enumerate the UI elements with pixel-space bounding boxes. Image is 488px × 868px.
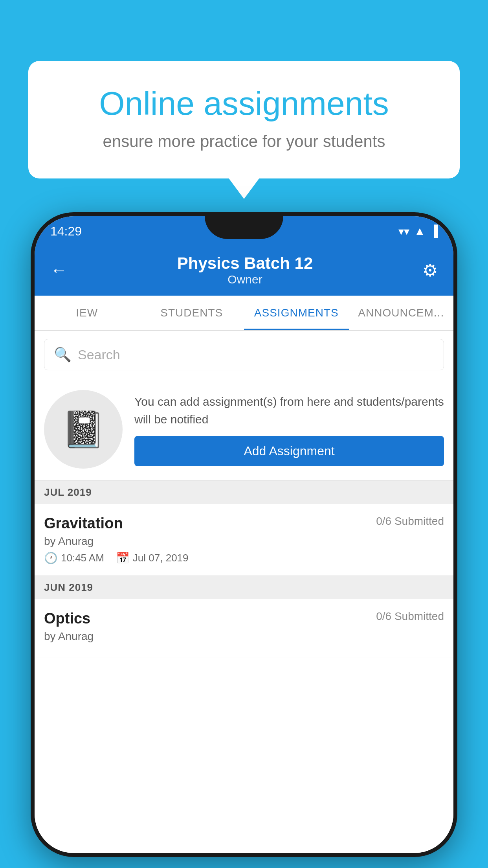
promo-icon-circle: 📓: [44, 390, 123, 469]
section-header-jul: JUL 2019: [35, 481, 453, 504]
calendar-icon: 📅: [116, 552, 130, 565]
status-icons: ▾▾ ▲ ▐: [398, 225, 438, 238]
tab-iew[interactable]: IEW: [35, 296, 139, 330]
app-bar-subtitle: Owner: [177, 273, 313, 286]
assignment-date: 📅 Jul 07, 2019: [116, 552, 189, 565]
search-container: 🔍 Search: [35, 331, 453, 378]
tab-announcements[interactable]: ANNOUNCEM...: [349, 296, 454, 330]
wifi-icon: ▾▾: [398, 225, 409, 238]
app-bar: ← Physics Batch 12 Owner ⚙: [35, 246, 453, 296]
notebook-icon: 📓: [61, 409, 105, 450]
add-assignment-promo: 📓 You can add assignment(s) from here an…: [35, 378, 453, 481]
app-bar-title: Physics Batch 12: [177, 254, 313, 273]
add-assignment-button[interactable]: Add Assignment: [134, 436, 444, 466]
content-area: 🔍 Search 📓 You can add assignment(s) fro…: [35, 331, 453, 853]
assignment-by-optics: by Anurag: [44, 630, 444, 643]
search-bar[interactable]: 🔍 Search: [44, 339, 444, 370]
assignment-time: 🕐 10:45 AM: [44, 552, 104, 565]
status-time: 14:29: [50, 224, 82, 239]
assignment-by-gravitation: by Anurag: [44, 535, 444, 548]
phone-screen: 14:29 ▾▾ ▲ ▐ ← Physics Batch 12 Owner ⚙ …: [35, 216, 453, 853]
assignment-item-optics[interactable]: Optics 0/6 Submitted by Anurag: [35, 599, 453, 658]
search-input[interactable]: Search: [78, 347, 120, 362]
assignment-row1: Gravitation 0/6 Submitted: [44, 515, 444, 532]
assignment-row1-optics: Optics 0/6 Submitted: [44, 610, 444, 627]
battery-icon: ▐: [430, 225, 438, 237]
signal-icon: ▲: [414, 225, 425, 237]
clock-icon: 🕐: [44, 552, 58, 565]
tabs-bar: IEW STUDENTS ASSIGNMENTS ANNOUNCEM...: [35, 296, 453, 331]
assignment-date-value: Jul 07, 2019: [133, 552, 189, 564]
search-icon: 🔍: [54, 346, 72, 363]
assignment-name-optics: Optics: [44, 610, 90, 627]
assignment-submitted-gravitation: 0/6 Submitted: [376, 515, 444, 528]
app-bar-title-group: Physics Batch 12 Owner: [177, 254, 313, 286]
tab-students[interactable]: STUDENTS: [139, 296, 244, 330]
promo-text: You can add assignment(s) from here and …: [134, 393, 444, 428]
tab-assignments[interactable]: ASSIGNMENTS: [244, 296, 349, 330]
phone-frame: 14:29 ▾▾ ▲ ▐ ← Physics Batch 12 Owner ⚙ …: [31, 212, 457, 857]
assignment-name-gravitation: Gravitation: [44, 515, 123, 532]
speech-bubble-title: Online assignments: [60, 85, 428, 123]
assignment-submitted-optics: 0/6 Submitted: [376, 610, 444, 623]
phone-notch: [205, 216, 283, 239]
assignment-time-value: 10:45 AM: [61, 552, 104, 564]
back-button[interactable]: ←: [50, 260, 68, 280]
speech-bubble: Online assignments ensure more practice …: [28, 61, 460, 178]
promo-content: You can add assignment(s) from here and …: [134, 393, 444, 466]
settings-icon[interactable]: ⚙: [422, 260, 438, 280]
speech-bubble-container: Online assignments ensure more practice …: [28, 61, 460, 178]
section-header-jun: JUN 2019: [35, 576, 453, 599]
assignment-item-gravitation[interactable]: Gravitation 0/6 Submitted by Anurag 🕐 10…: [35, 504, 453, 576]
speech-bubble-subtitle: ensure more practice for your students: [60, 132, 428, 151]
assignment-meta-gravitation: 🕐 10:45 AM 📅 Jul 07, 2019: [44, 552, 444, 565]
